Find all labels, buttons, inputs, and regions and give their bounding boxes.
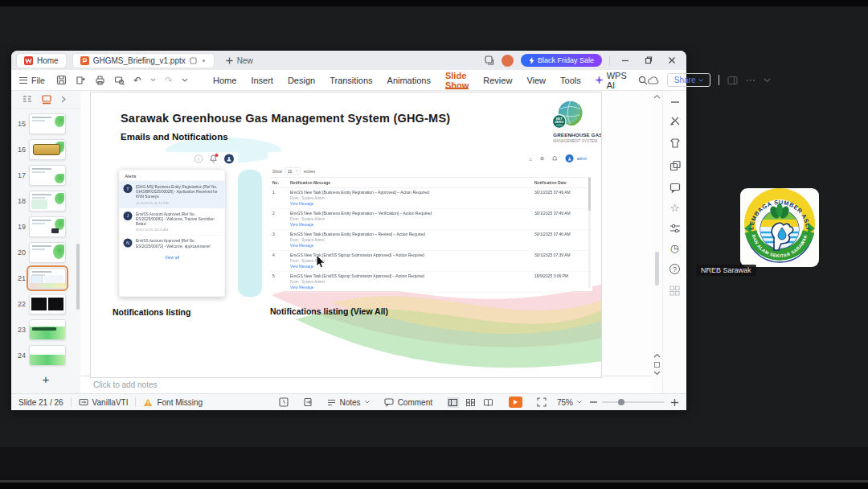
- table-row[interactable]: 2 EnvGS New Task [Business Entity Regist…: [270, 208, 588, 229]
- slide-24-thumbnail[interactable]: [29, 345, 66, 366]
- zoom-out-button[interactable]: [585, 394, 602, 410]
- toolbar-more-icon[interactable]: [182, 78, 188, 83]
- slide-19-thumbnail[interactable]: [29, 216, 66, 237]
- print-icon[interactable]: [95, 75, 105, 85]
- redo-icon[interactable]: ↷: [165, 75, 173, 86]
- alert-item[interactable]: T [GHG-MS] Business Entity Registration …: [120, 181, 225, 208]
- reading-view-button[interactable]: [482, 397, 494, 408]
- slide-24-row[interactable]: 24: [13, 345, 80, 366]
- menu-review[interactable]: Review: [476, 70, 519, 90]
- menu-view[interactable]: View: [519, 70, 553, 90]
- font-missing-warning[interactable]: Font Missing: [136, 394, 210, 410]
- zoom-slider-knob[interactable]: [618, 399, 624, 405]
- scroll-up-icon[interactable]: [653, 94, 661, 99]
- fit-slide-button[interactable]: [530, 394, 554, 410]
- slide-23-thumbnail[interactable]: [29, 319, 66, 340]
- save-icon[interactable]: [56, 75, 67, 85]
- menu-animations[interactable]: Animations: [380, 70, 438, 90]
- more-options-icon[interactable]: [746, 79, 755, 82]
- add-slide-button[interactable]: +: [11, 372, 80, 386]
- notes-toggle[interactable]: Notes: [320, 394, 377, 410]
- user-avatar-icon[interactable]: [566, 154, 574, 162]
- menu-design[interactable]: Design: [280, 70, 322, 90]
- profile-avatar-icon[interactable]: [224, 154, 234, 164]
- slide-21-thumbnail-selected[interactable]: [29, 268, 66, 289]
- collapse-sidebar-icon[interactable]: [670, 101, 680, 104]
- slide-16-row[interactable]: 16: [13, 139, 80, 160]
- home-icon[interactable]: ⌂: [529, 155, 532, 162]
- slide-19-row[interactable]: 19: [13, 216, 80, 237]
- menu-slide-show[interactable]: Slide Show: [438, 70, 476, 90]
- settings-gear-icon[interactable]: ⚙: [540, 156, 544, 162]
- slide-20-row[interactable]: 20: [13, 242, 80, 263]
- close-button[interactable]: [664, 54, 680, 67]
- history-clock-icon[interactable]: ◷: [670, 244, 679, 253]
- scrollbar-thumb[interactable]: [655, 252, 659, 286]
- zoom-slider[interactable]: [602, 401, 665, 403]
- file-menu-button[interactable]: File: [19, 76, 45, 85]
- restore-button[interactable]: [641, 54, 657, 67]
- slide-jump-icon[interactable]: [653, 361, 661, 368]
- menu-wps-ai[interactable]: WPS AI: [588, 71, 633, 90]
- slide-18-thumbnail[interactable]: [29, 191, 66, 212]
- next-slide-icon[interactable]: [653, 371, 661, 376]
- table-row[interactable]: 5 EnvGS New Task [EnviSS Signup Submissi…: [270, 271, 588, 292]
- output-icon[interactable]: [76, 75, 86, 85]
- tab-list-icon[interactable]: [485, 55, 494, 65]
- view-message-link[interactable]: View Message: [290, 244, 530, 248]
- slide-16-thumbnail[interactable]: [29, 139, 66, 160]
- view-message-link[interactable]: View Message: [290, 286, 530, 290]
- panel-scrollbar[interactable]: [76, 244, 80, 310]
- info-icon[interactable]: i: [194, 155, 203, 163]
- black-friday-sale-button[interactable]: Black Friday Sale: [521, 54, 602, 67]
- alert-item[interactable]: N EnviSS Account Approved [Ref No. ES/20…: [120, 236, 225, 253]
- slide-22-thumbnail[interactable]: [29, 294, 66, 314]
- comment-button[interactable]: Comment: [377, 394, 440, 410]
- comment-panel-icon[interactable]: [669, 183, 681, 193]
- view-message-link[interactable]: View Message: [290, 202, 530, 206]
- slideshow-play-button[interactable]: [502, 394, 530, 410]
- alert-item[interactable]: J EnviSS Account Approved [Ref No. ES/20…: [120, 208, 225, 236]
- help-icon[interactable]: ?: [669, 264, 680, 274]
- outline-view-icon[interactable]: [23, 96, 32, 104]
- undo-icon[interactable]: ↶: [133, 75, 141, 86]
- adjust-settings-icon[interactable]: [669, 224, 681, 233]
- new-tab-button[interactable]: New: [226, 56, 253, 65]
- undo-dropdown-icon[interactable]: [150, 78, 156, 82]
- favorites-star-icon[interactable]: ☆: [670, 204, 680, 212]
- shapes-icon[interactable]: [669, 160, 681, 171]
- minimize-button[interactable]: [617, 54, 633, 67]
- rehearse-icon-button[interactable]: [272, 394, 296, 410]
- user-avatar[interactable]: [502, 55, 514, 67]
- slide-sorter-view-button[interactable]: [465, 397, 477, 408]
- zoom-in-button[interactable]: [665, 394, 686, 410]
- notes-pane[interactable]: Click to add notes: [80, 376, 652, 393]
- share-button[interactable]: Share: [667, 73, 711, 87]
- collapse-ribbon-icon[interactable]: [764, 78, 771, 83]
- slide-23-row[interactable]: 23: [13, 319, 80, 340]
- slide-17-row[interactable]: 17: [13, 165, 80, 186]
- entries-select[interactable]: 10: [285, 167, 301, 175]
- previous-slide-icon[interactable]: [653, 353, 661, 358]
- tab-document[interactable]: GHGMS_Briefing_v1.pptx: [72, 53, 215, 68]
- bell-icon[interactable]: [210, 154, 217, 163]
- bell-icon[interactable]: [552, 155, 558, 162]
- menu-tools[interactable]: Tools: [553, 70, 588, 90]
- table-scrollbar[interactable]: [588, 177, 591, 288]
- tab-home[interactable]: Home: [16, 53, 67, 68]
- menu-home[interactable]: Home: [206, 70, 244, 90]
- slide-21-row[interactable]: 21: [13, 268, 80, 289]
- slide-20-thumbnail[interactable]: [29, 242, 66, 263]
- table-row[interactable]: 1 EnvGS New Task [Business Entity Regist…: [270, 187, 588, 208]
- slide-17-thumbnail[interactable]: [29, 165, 66, 186]
- view-message-link[interactable]: View Message: [290, 223, 530, 227]
- slide-view-icon[interactable]: [42, 95, 51, 104]
- present-settings-button[interactable]: [296, 394, 320, 410]
- apps-grid-icon[interactable]: [669, 286, 680, 296]
- slide-18-row[interactable]: 18: [13, 191, 80, 212]
- cloud-sync-icon[interactable]: [648, 76, 659, 84]
- slide-15-thumbnail[interactable]: [29, 113, 66, 134]
- slide-21-canvas[interactable]: Sarawak Greenhouse Gas Management System…: [90, 92, 602, 378]
- normal-view-button[interactable]: [447, 397, 459, 408]
- task-window-icon[interactable]: [727, 76, 738, 85]
